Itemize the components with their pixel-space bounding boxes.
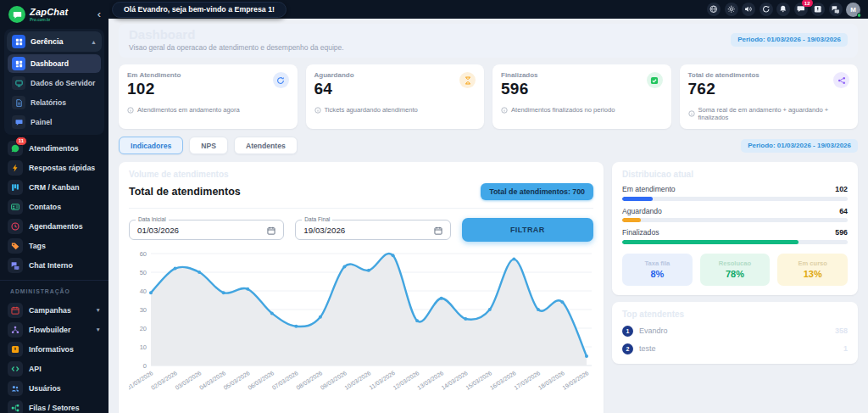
app-window: ZapChat Pro.com.br ‹ Gerência ▲ Dashboar…	[0, 0, 868, 413]
calendar-icon	[8, 303, 23, 318]
stat-card-em-atendimento: Em Atendimento 102 Atendimentos em andam…	[119, 64, 298, 129]
speaker-icon[interactable]	[742, 3, 755, 16]
svg-text:14/03/2026: 14/03/2026	[441, 370, 469, 391]
stat-value: 762	[688, 80, 850, 98]
kpi-label: Resolucao	[700, 260, 771, 267]
stat-description: Atendimentos em andamento agora	[127, 106, 289, 114]
sidebar-item-atendimentos[interactable]: 11 Atendimentos	[5, 138, 103, 158]
sidebar-item-relat-rios[interactable]: Relatórios	[8, 93, 101, 112]
sidebar-item-label: Filas / Setores	[29, 404, 80, 412]
svg-text:17/03/2026: 17/03/2026	[513, 370, 541, 391]
topbar-icons: 12M	[707, 3, 860, 17]
date-end-field[interactable]: Data Final 19/03/2026	[295, 220, 450, 240]
svg-text:16/03/2026: 16/03/2026	[489, 370, 517, 391]
distribution-label: Aguardando	[622, 207, 662, 215]
sidebar-item-painel[interactable]: Painel	[8, 113, 101, 131]
sidebar-item-agendamentos[interactable]: Agendamentos	[5, 216, 103, 236]
sidebar-logo-row: ZapChat Pro.com.br ‹	[0, 0, 108, 28]
stat-cards-row: Em Atendimento 102 Atendimentos em andam…	[119, 64, 858, 129]
info-circle-icon	[688, 110, 695, 117]
alert-square-icon	[8, 342, 23, 357]
progress-track	[622, 218, 848, 222]
tab-indicadores[interactable]: Indicadores	[119, 137, 183, 154]
date-start-label: Data Inicial	[136, 216, 169, 222]
refresh-icon[interactable]	[760, 3, 773, 16]
brand-name: ZapChat	[30, 8, 68, 17]
filter-button[interactable]: FILTRAR	[462, 218, 593, 242]
kanban-icon	[8, 180, 23, 195]
gear-icon[interactable]	[725, 3, 738, 16]
distribution-row: Aguardando 64	[622, 207, 848, 223]
globe-icon[interactable]	[707, 3, 721, 16]
chat-double-icon[interactable]	[829, 3, 843, 16]
stat-description: Atendimentos finalizados no periodo	[501, 106, 663, 114]
tabs-period-badge: Periodo: 01/03/2026 - 19/03/2026	[741, 139, 858, 153]
sidebar-item-api[interactable]: API	[5, 359, 103, 378]
kpi-value: 13%	[777, 269, 848, 279]
sidebar-item-flowbuilder[interactable]: Flowbuilder▼	[5, 320, 103, 339]
progress-fill	[622, 218, 641, 222]
distribution-value: 64	[839, 207, 848, 215]
sidebar-item-informativos[interactable]: Informativos	[5, 339, 103, 359]
svg-text:08/03/2026: 08/03/2026	[295, 370, 323, 391]
sidebar-item-campanhas[interactable]: Campanhas▼	[5, 300, 103, 320]
tab-nps[interactable]: NPS	[189, 137, 228, 154]
tabs: IndicadoresNPSAtendentes	[119, 137, 298, 154]
chevron-up-icon: ▲	[91, 39, 97, 45]
alert-square-icon[interactable]	[811, 3, 825, 16]
notification-badge: 11	[15, 137, 27, 146]
calendar-icon[interactable]	[434, 226, 442, 235]
date-end-label: Data Final	[302, 216, 332, 222]
sidebar-item-respostas-r-pidas[interactable]: Respostas rápidas	[5, 158, 103, 177]
svg-text:10: 10	[140, 343, 147, 351]
sidebar-collapse-icon[interactable]: ‹	[97, 10, 101, 19]
svg-text:10/03/2026: 10/03/2026	[343, 370, 371, 391]
kpi-label: Em curso	[777, 260, 848, 267]
top-agents-rows: 1 Evandro 3582 teste 1	[622, 326, 848, 354]
volume-chart-card: Volume de atendimentos Total de atendime…	[119, 162, 604, 413]
agent-row: 1 Evandro 358	[622, 326, 848, 337]
stat-label: Total de atendimentos	[688, 71, 850, 79]
brand-tagline: Pro.com.br	[30, 18, 68, 22]
svg-text:13/03/2026: 13/03/2026	[416, 370, 444, 391]
users-icon	[8, 381, 23, 396]
svg-text:30: 30	[140, 306, 147, 314]
date-filters: Data Inicial 01/03/2026 Data Final 19/03…	[129, 218, 593, 242]
online-status-dot	[857, 13, 862, 18]
sidebar-group-gerencia[interactable]: Gerência ▲	[7, 31, 102, 52]
sidebar-item-tags[interactable]: Tags	[5, 236, 103, 255]
sidebar-item-crm-kanban[interactable]: CRM / Kanban	[5, 177, 103, 197]
sidebar-item-chat-interno[interactable]: Chat Interno	[5, 255, 103, 275]
tab-atendentes[interactable]: Atendentes	[234, 137, 298, 154]
avatar[interactable]: M	[846, 3, 860, 17]
sidebar-item-usu-rios[interactable]: Usuários	[5, 378, 103, 398]
sidebar-item-label: Dashboard	[31, 59, 69, 68]
page-title: Dashboard	[129, 27, 344, 42]
svg-text:07/03/2026: 07/03/2026	[271, 370, 299, 391]
sidebar-submenu: Dashboard Dados do Servidor Relatórios P…	[7, 52, 102, 132]
info-circle-icon	[314, 107, 321, 114]
calendar-icon[interactable]	[267, 226, 275, 235]
kpi-em-curso: Em curso 13%	[777, 254, 848, 286]
period-badge: Periodo: 01/03/2026 - 19/03/2026	[731, 33, 848, 47]
bolt-icon	[8, 160, 23, 176]
queue-icon	[8, 400, 23, 413]
stat-card-aguardando: Aguardando 64 Tickets aguardando atendim…	[306, 64, 485, 129]
date-end-value: 19/03/2026	[303, 226, 345, 235]
chat-icon[interactable]: 12	[794, 3, 808, 16]
progress-track	[622, 240, 848, 244]
refresh-icon	[273, 72, 289, 88]
bell-icon[interactable]	[776, 3, 790, 16]
sidebar-item-dados-do-servidor[interactable]: Dados do Servidor	[8, 74, 101, 92]
sidebar-item-dashboard[interactable]: Dashboard	[8, 54, 101, 73]
sidebar-item-contatos[interactable]: Contatos	[5, 197, 103, 216]
distribution-rows: Em atendimento 102 Aguardando 64 Finaliz…	[622, 185, 848, 244]
date-start-field[interactable]: Data Inicial 01/03/2026	[129, 220, 284, 240]
svg-text:04/03/2026: 04/03/2026	[198, 370, 226, 391]
distribution-row: Finalizados 596	[622, 228, 848, 244]
svg-text:02/03/2026: 02/03/2026	[150, 370, 178, 391]
chevron-down-icon: ▼	[96, 307, 101, 313]
sidebar-item-filas-setores[interactable]: Filas / Setores	[5, 398, 103, 413]
chart-heading: Total de atendimentos	[129, 186, 241, 198]
kpi-value: 78%	[700, 269, 771, 279]
